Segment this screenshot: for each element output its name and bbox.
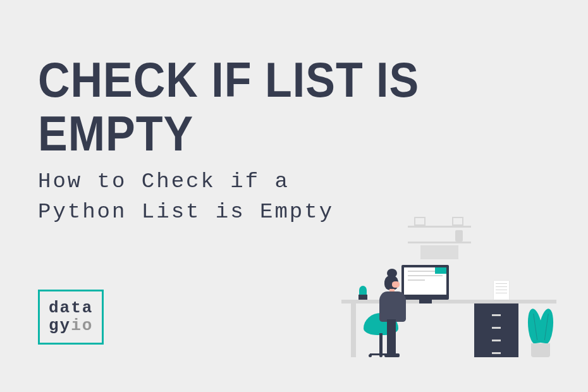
datagy-logo: data gyio — [38, 290, 104, 345]
small-plant-icon — [357, 287, 369, 300]
plant-icon — [525, 288, 556, 357]
logo-io: io — [71, 317, 93, 335]
person-icon — [373, 269, 411, 357]
shelf-icon — [408, 226, 471, 228]
drawers-icon — [474, 303, 518, 357]
logo-gy: gy — [49, 317, 71, 335]
desk-leg-icon — [351, 303, 356, 357]
subtitle-line-1: How to Check if a — [38, 167, 550, 197]
shelf-icon — [408, 242, 471, 243]
books-icon — [420, 245, 458, 259]
main-title: Check if List is Empty — [38, 54, 550, 161]
workspace-illustration — [341, 205, 556, 364]
logo-line-1: data — [49, 299, 93, 317]
frame-icon — [414, 217, 426, 226]
document-icon — [494, 281, 509, 300]
frame-icon — [452, 217, 463, 226]
jar-icon — [455, 230, 463, 242]
logo-line-2: gyio — [49, 317, 93, 335]
